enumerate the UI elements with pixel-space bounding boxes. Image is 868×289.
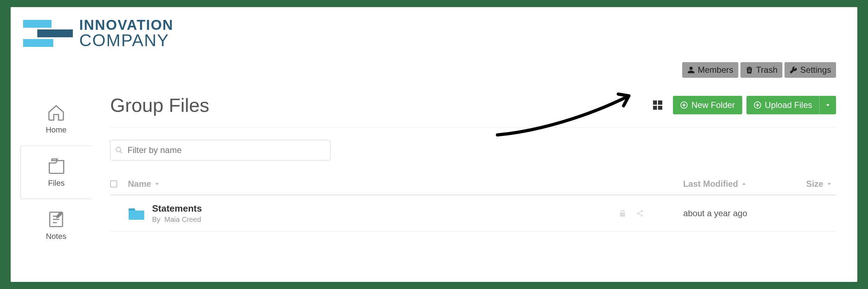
column-name[interactable]: Name <box>128 179 651 189</box>
sidebar-item-label: Files <box>48 179 64 188</box>
sidebar: Home Files Notes <box>21 92 92 252</box>
brand-logo-mark <box>23 20 73 47</box>
file-author: By Maia Creed <box>152 216 202 224</box>
row-title: Statements By Maia Creed <box>152 203 202 224</box>
upload-button-group: Upload Files <box>746 96 836 114</box>
new-folder-label: New Folder <box>691 100 735 110</box>
brand-logo: INNOVATION COMPANY <box>23 18 173 49</box>
svg-point-15 <box>641 215 643 217</box>
filter-section <box>110 140 836 160</box>
chevron-down-icon <box>154 181 160 187</box>
sidebar-item-label: Notes <box>46 232 66 241</box>
header-actions: New Folder Upload Files <box>653 96 836 114</box>
members-button[interactable]: Members <box>682 62 738 78</box>
wrench-icon <box>789 66 797 74</box>
top-actions: Members Trash Settings <box>682 62 836 78</box>
column-name-label: Name <box>128 179 151 189</box>
upload-files-dropdown[interactable] <box>819 96 836 114</box>
grid-view-toggle[interactable] <box>653 100 662 110</box>
column-last-modified-label: Last Modified <box>683 179 738 189</box>
svg-line-11 <box>120 151 122 153</box>
svg-point-10 <box>116 147 121 152</box>
members-label: Members <box>698 65 733 75</box>
main-header: Group Files New Folder Uplo <box>110 94 836 128</box>
file-name: Statements <box>152 203 202 214</box>
column-last-modified[interactable]: Last Modified <box>651 179 779 189</box>
settings-button[interactable]: Settings <box>785 62 836 78</box>
search-icon <box>115 146 123 154</box>
sidebar-item-notes[interactable]: Notes <box>21 199 92 252</box>
share-icon[interactable] <box>636 209 644 217</box>
user-icon <box>687 66 695 74</box>
lock-icon[interactable] <box>619 209 626 217</box>
trash-button[interactable]: Trash <box>740 62 782 78</box>
brand-logo-text: INNOVATION COMPANY <box>79 18 173 49</box>
brand-line1: INNOVATION <box>79 18 173 32</box>
settings-label: Settings <box>800 65 831 75</box>
row-action-icons <box>619 209 644 217</box>
column-size-label: Size <box>806 179 823 189</box>
plus-circle-icon <box>754 101 761 109</box>
column-size[interactable]: Size <box>779 179 836 189</box>
chevron-down-icon <box>826 181 832 187</box>
new-folder-button[interactable]: New Folder <box>673 96 742 114</box>
trash-icon <box>745 66 753 74</box>
sidebar-item-label: Home <box>46 125 67 135</box>
svg-rect-12 <box>129 208 135 211</box>
svg-point-14 <box>641 210 643 212</box>
chevron-up-icon <box>741 181 747 187</box>
plus-circle-icon <box>680 101 688 109</box>
table-row[interactable]: Statements By Maia Creed about a year ag… <box>110 195 836 232</box>
folder-icon <box>128 206 145 220</box>
upload-files-label: Upload Files <box>765 100 812 110</box>
svg-point-13 <box>637 212 639 214</box>
table-header: Name Last Modified Size <box>110 179 836 195</box>
page-title: Group Files <box>110 94 209 116</box>
sidebar-item-files[interactable]: Files <box>21 146 92 199</box>
select-all-checkbox[interactable] <box>110 180 128 187</box>
caret-down-icon <box>825 103 830 108</box>
sidebar-item-home[interactable]: Home <box>21 92 92 146</box>
main-content: Group Files New Folder Uplo <box>110 94 836 282</box>
brand-line2: COMPANY <box>79 32 173 49</box>
files-icon <box>47 157 66 176</box>
filter-input[interactable] <box>110 140 330 160</box>
app-window: INNOVATION COMPANY Members Trash Setting… <box>11 7 857 282</box>
upload-files-button[interactable]: Upload Files <box>746 96 819 114</box>
notes-icon <box>47 210 66 229</box>
home-icon <box>47 103 66 122</box>
trash-label: Trash <box>756 65 777 75</box>
row-last-modified: about a year ago <box>651 208 779 218</box>
